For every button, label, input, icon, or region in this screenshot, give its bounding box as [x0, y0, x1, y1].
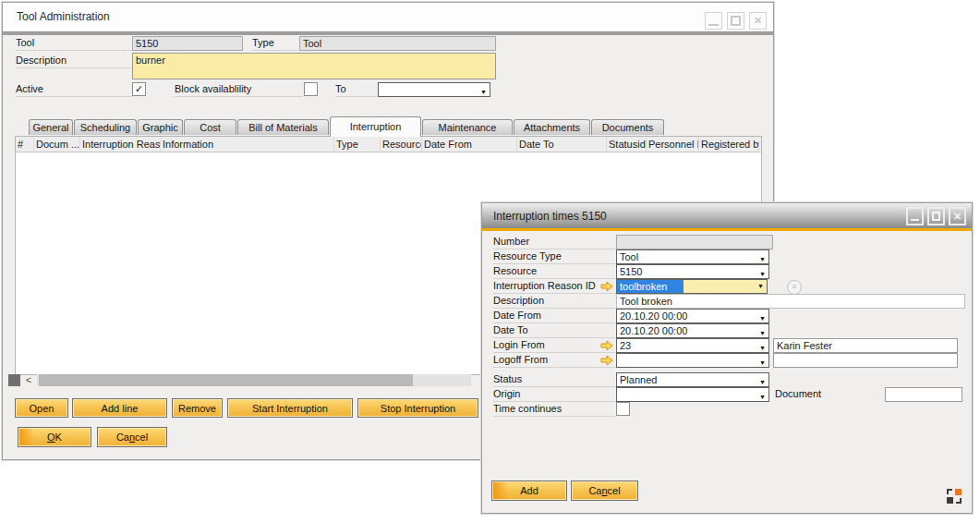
- tool-label: Tool: [16, 37, 132, 51]
- status-dropdown[interactable]: Planned▼: [616, 372, 769, 387]
- chevron-down-icon: ▼: [759, 391, 766, 404]
- block-availability-checkbox[interactable]: [304, 82, 318, 96]
- type-label: Type: [252, 37, 298, 51]
- origin-label: Origin: [493, 388, 616, 402]
- resize-grip-icon[interactable]: [946, 488, 962, 505]
- dialog-description-field[interactable]: Tool broken: [616, 294, 965, 309]
- status-label: Status: [493, 373, 616, 387]
- tab-bill-of-materials[interactable]: Bill of Materials: [237, 119, 329, 135]
- active-checkbox[interactable]: ✓: [132, 82, 146, 96]
- tab-interruption[interactable]: Interruption: [330, 116, 421, 137]
- add-line-button[interactable]: Add line: [72, 398, 167, 418]
- tab-cost[interactable]: Cost: [184, 119, 236, 135]
- description-label: Description: [16, 55, 132, 68]
- block-availability-label: Block availablility: [175, 83, 303, 97]
- tab-scheduling[interactable]: Scheduling: [74, 119, 137, 135]
- screen: Tool Administration ✕ Tool 5150 Type Too…: [0, 0, 980, 523]
- chevron-down-icon: ▼: [757, 283, 764, 289]
- date-to-dropdown[interactable]: 20.10.20 00:00▼: [616, 323, 769, 338]
- to-label: To: [335, 83, 377, 97]
- maximize-icon[interactable]: [927, 207, 945, 225]
- interruption-times-dialog: Interruption times 5150 ✕ Number Resourc…: [481, 202, 973, 514]
- tab-general[interactable]: General: [29, 119, 73, 135]
- tool-field[interactable]: 5150: [132, 36, 243, 51]
- cancel-button[interactable]: Cancel: [97, 427, 167, 447]
- origin-dropdown[interactable]: ▼: [616, 387, 769, 402]
- close-icon[interactable]: ✕: [749, 12, 767, 30]
- column-header-date-from[interactable]: Date From: [422, 137, 517, 152]
- column-header-interruption-reason[interactable]: Interruption Reaso: [80, 137, 161, 152]
- description-field[interactable]: burner: [132, 53, 496, 79]
- column-header-date-to[interactable]: Date To: [517, 137, 607, 152]
- horizontal-scrollbar-thumb[interactable]: [39, 374, 413, 386]
- minimize-icon[interactable]: [705, 12, 722, 30]
- date-from-label: Date From: [493, 310, 616, 323]
- column-header-registered-by[interactable]: Registered by: [699, 137, 759, 152]
- chevron-down-icon: ▼: [480, 86, 487, 99]
- logoff-person-field[interactable]: [773, 353, 958, 368]
- resource-dropdown[interactable]: 5150▼: [616, 264, 769, 279]
- open-button[interactable]: Open: [15, 398, 68, 418]
- title-separator: [3, 31, 773, 35]
- start-interruption-button[interactable]: Start Interruption: [227, 398, 353, 418]
- number-label: Number: [493, 236, 616, 249]
- tab-graphic[interactable]: Graphic: [138, 119, 183, 135]
- login-from-dropdown[interactable]: 23▼: [616, 338, 769, 353]
- resource-label: Resource: [493, 265, 616, 279]
- date-to-label: Date To: [493, 324, 616, 338]
- dialog-description-label: Description: [493, 295, 616, 309]
- document-label: Document: [775, 388, 867, 401]
- logoff-from-dropdown[interactable]: ▼: [616, 353, 769, 368]
- resource-type-dropdown[interactable]: Tool▼: [616, 249, 769, 264]
- ok-button[interactable]: OK: [18, 427, 91, 447]
- interruption-reason-id-label: Interruption Reason ID: [493, 280, 616, 294]
- resource-type-label: Resource Type: [493, 250, 616, 264]
- add-button[interactable]: Add: [491, 480, 567, 501]
- tab-attachments[interactable]: Attachments: [514, 119, 590, 135]
- maximize-icon[interactable]: [727, 12, 744, 30]
- document-field[interactable]: [885, 387, 962, 402]
- to-dropdown[interactable]: ▼: [378, 82, 490, 97]
- column-header-document[interactable]: Docum ...: [34, 137, 80, 152]
- link-arrow-icon[interactable]: [600, 281, 613, 292]
- dialog-cancel-button[interactable]: Cancel: [571, 480, 638, 501]
- column-header-number[interactable]: #: [16, 137, 34, 152]
- table-header-row: # Docum ... Interruption Reaso Informati…: [16, 137, 761, 152]
- scroll-left-icon[interactable]: <: [22, 374, 35, 386]
- stop-interruption-button[interactable]: Stop Interruption: [357, 398, 478, 418]
- minimize-icon[interactable]: [906, 207, 924, 225]
- number-field[interactable]: [616, 235, 773, 249]
- selected-text: toolbroken: [617, 280, 684, 293]
- column-header-type[interactable]: Type: [334, 137, 381, 152]
- accent-bar: [482, 228, 972, 231]
- column-header-personnel-id[interactable]: Personnel II: [647, 137, 699, 152]
- login-person-field[interactable]: Karin Fester: [773, 338, 958, 353]
- time-continues-checkbox[interactable]: [616, 402, 630, 416]
- type-field[interactable]: Tool: [299, 36, 496, 51]
- context-menu-icon[interactable]: ≡: [787, 280, 802, 295]
- link-arrow-icon[interactable]: [600, 355, 613, 366]
- column-header-statusid[interactable]: Statusid: [607, 137, 647, 152]
- tab-documents[interactable]: Documents: [591, 119, 664, 135]
- chevron-down-icon: ▼: [759, 357, 766, 370]
- close-icon[interactable]: ✕: [949, 207, 966, 225]
- logoff-from-label: Logoff From: [493, 354, 616, 368]
- date-from-dropdown[interactable]: 20.10.20 00:00▼: [616, 309, 769, 323]
- interruption-reason-id-combo[interactable]: toolbroken ▼: [616, 279, 768, 294]
- remove-button[interactable]: Remove: [172, 398, 223, 418]
- main-window-title: Tool Administration: [17, 10, 110, 23]
- dialog-title-bar[interactable]: Interruption times 5150 ✕: [482, 203, 972, 228]
- main-title-bar[interactable]: Tool Administration ✕: [3, 3, 773, 30]
- login-from-label: Login From: [493, 339, 616, 353]
- active-label: Active: [16, 83, 132, 97]
- column-header-resource[interactable]: Resource: [381, 137, 422, 152]
- link-arrow-icon[interactable]: [600, 340, 613, 351]
- column-header-information[interactable]: Information: [161, 137, 334, 152]
- time-continues-label: Time continues: [493, 403, 616, 417]
- dialog-title: Interruption times 5150: [493, 210, 607, 223]
- tab-maintenance-orders[interactable]: Maintenance orders: [422, 119, 513, 135]
- scrollbar-splitter[interactable]: [8, 374, 20, 386]
